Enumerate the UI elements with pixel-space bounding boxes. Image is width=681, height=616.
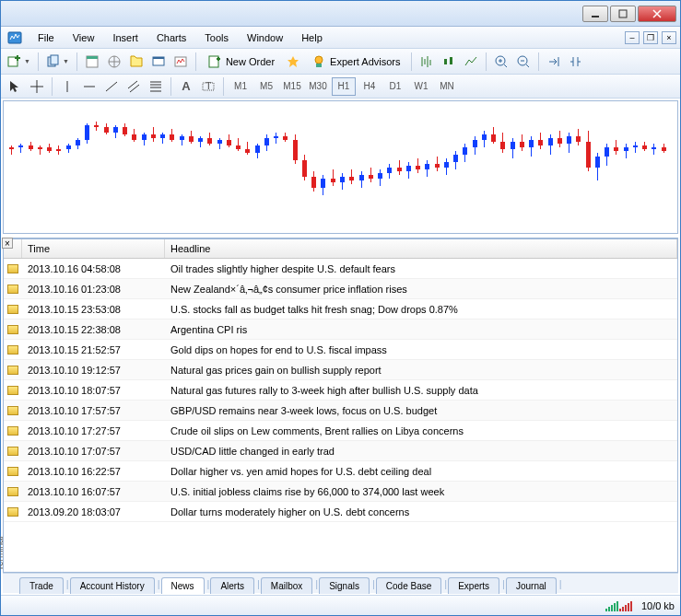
news-row[interactable]: 2013.10.10 17:27:57Crude oil slips on Le… [4, 421, 677, 441]
news-row[interactable]: 2013.10.15 23:53:08U.S. stocks fall as b… [4, 299, 677, 320]
chart-shift-button[interactable] [566, 52, 586, 72]
fibonacci-tool[interactable] [146, 76, 166, 97]
news-row[interactable]: 2013.10.16 04:58:08Oil trades slightly h… [4, 259, 677, 279]
col-time[interactable]: Time [22, 239, 165, 258]
news-row[interactable]: 2013.09.20 18:03:07Dollar turns moderate… [4, 502, 677, 522]
menubar: File View Insert Charts Tools Window Hel… [1, 27, 680, 49]
expert-advisors-label: Expert Advisors [330, 56, 400, 67]
news-headline: Dollar higher vs. yen amid hopes for U.S… [165, 466, 677, 477]
meta-quotes-button[interactable] [283, 52, 303, 72]
terminal-tab-mailbox[interactable]: Mailbox [261, 577, 312, 594]
timeframe-m1[interactable]: M1 [229, 77, 252, 96]
equidistant-channel-tool[interactable] [123, 76, 144, 97]
menu-tools[interactable]: Tools [195, 29, 238, 46]
crosshair-tool[interactable] [27, 76, 47, 97]
menu-file[interactable]: File [29, 29, 64, 46]
data-window-button[interactable] [104, 52, 124, 72]
news-item-icon [4, 264, 22, 273]
mdi-minimize-button[interactable]: – [625, 31, 640, 44]
news-headline: USD/CAD little changed in early trad [165, 446, 677, 457]
news-headline: Gold dips on hopes for end to U.S. fisca… [165, 344, 677, 355]
separator [170, 77, 171, 96]
vertical-line-tool[interactable] [57, 76, 77, 97]
news-row[interactable]: 2013.10.10 17:07:57USD/CAD little change… [4, 441, 677, 461]
news-row[interactable]: 2013.10.10 16:07:57U.S. initial jobless … [4, 482, 677, 502]
news-headline: Dollar turns moderately higher on U.S. d… [165, 506, 677, 517]
svg-rect-15 [316, 64, 322, 67]
news-item-icon [4, 426, 22, 436]
window-close-button[interactable] [638, 6, 676, 22]
terminal-tab-account-history[interactable]: Account History [70, 577, 155, 594]
terminal-tab-code-base[interactable]: Code Base [376, 577, 441, 594]
new-order-button[interactable]: New Order [201, 52, 281, 72]
line-chart-button[interactable] [461, 52, 481, 72]
terminal-tab-news[interactable]: News [161, 577, 205, 594]
text-label-tool[interactable]: T [198, 76, 218, 97]
trendline-tool[interactable] [101, 76, 122, 97]
candlestick-button[interactable] [439, 52, 459, 72]
terminal-button[interactable] [148, 52, 169, 72]
news-headline: GBP/USD remains near 3-week lows, focus … [165, 405, 677, 416]
timeframe-m15[interactable]: M15 [280, 77, 304, 96]
text-tool[interactable]: A [176, 76, 196, 97]
news-item-icon [4, 507, 22, 517]
separator [223, 77, 224, 96]
new-order-label: New Order [226, 56, 275, 67]
terminal-label: Terminal [0, 536, 5, 571]
news-row[interactable]: 2013.10.10 17:57:57GBP/USD remains near … [4, 401, 677, 421]
terminal-panel: × Time Headline 2013.10.16 04:58:08Oil t… [3, 238, 678, 593]
timeframe-h1[interactable]: H1 [332, 77, 356, 96]
news-grid[interactable]: Time Headline 2013.10.16 04:58:08Oil tra… [3, 238, 678, 573]
news-time: 2013.10.10 16:07:57 [22, 486, 165, 497]
expert-advisors-button[interactable]: Expert Advisors [305, 52, 406, 72]
mdi-restore-button[interactable]: ❐ [643, 31, 658, 44]
news-row[interactable]: 2013.10.10 16:22:57Dollar higher vs. yen… [4, 461, 677, 482]
zoom-in-button[interactable] [491, 52, 511, 72]
horizontal-line-tool[interactable] [79, 76, 100, 97]
menu-view[interactable]: View [64, 29, 104, 46]
news-row[interactable]: 2013.10.10 19:12:57Natural gas prices ga… [4, 360, 677, 380]
separator [52, 77, 53, 96]
menu-charts[interactable]: Charts [147, 29, 195, 46]
cursor-tool[interactable] [5, 76, 25, 97]
terminal-close-button[interactable]: × [2, 238, 13, 249]
navigator-button[interactable] [126, 52, 147, 72]
terminal-tab-experts[interactable]: Experts [448, 577, 499, 594]
auto-scroll-button[interactable] [544, 52, 564, 72]
news-item-icon [4, 285, 22, 294]
news-row[interactable]: 2013.10.15 21:52:57Gold dips on hopes fo… [4, 340, 677, 360]
menu-insert[interactable]: Insert [103, 29, 147, 46]
timeframe-m5[interactable]: M5 [254, 77, 278, 96]
window-maximize-button[interactable] [610, 6, 636, 22]
news-time: 2013.10.15 23:53:08 [22, 304, 165, 315]
timeframe-d1[interactable]: D1 [383, 77, 407, 96]
terminal-tab-trade[interactable]: Trade [19, 577, 64, 594]
timeframe-w1[interactable]: W1 [409, 77, 433, 96]
news-time: 2013.10.10 19:12:57 [22, 365, 165, 376]
bar-chart-button[interactable] [417, 52, 437, 72]
new-chart-button[interactable]: ▼ [5, 52, 33, 72]
terminal-tab-alerts[interactable]: Alerts [210, 577, 254, 594]
zoom-out-button[interactable] [513, 52, 534, 72]
menu-help[interactable]: Help [292, 29, 332, 46]
timeframe-m30[interactable]: M30 [306, 77, 330, 96]
news-time: 2013.09.20 18:03:07 [22, 506, 165, 517]
news-item-icon [4, 467, 22, 476]
timeframe-mn[interactable]: MN [435, 77, 459, 96]
news-row[interactable]: 2013.10.16 01:23:08New Zealand×´â‚¬â„¢s … [4, 279, 677, 299]
news-row[interactable]: 2013.10.10 18:07:57Natural gas futures r… [4, 380, 677, 401]
chart-area[interactable] [3, 100, 678, 234]
timeframe-h4[interactable]: H4 [358, 77, 382, 96]
titlebar[interactable] [1, 1, 680, 27]
svg-rect-7 [87, 56, 98, 59]
market-watch-button[interactable] [82, 52, 102, 72]
window-minimize-button[interactable] [582, 6, 608, 22]
menu-window[interactable]: Window [238, 29, 292, 46]
mdi-close-button[interactable]: × [662, 31, 676, 44]
profiles-button[interactable]: ▼ [43, 52, 72, 72]
terminal-tab-journal[interactable]: Journal [506, 577, 557, 594]
strategy-tester-button[interactable] [170, 52, 191, 72]
terminal-tab-signals[interactable]: Signals [319, 577, 370, 594]
col-headline[interactable]: Headline [165, 239, 677, 258]
news-row[interactable]: 2013.10.15 22:38:08Argentina CPI ris [4, 320, 677, 340]
